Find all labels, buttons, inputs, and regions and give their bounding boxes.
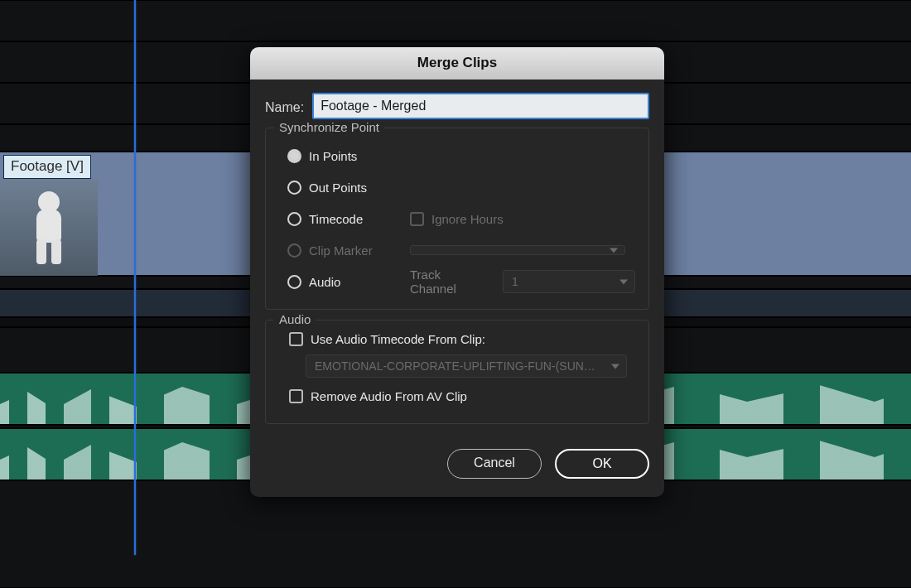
radio-label: Audio <box>309 275 340 289</box>
playhead[interactable] <box>134 0 136 555</box>
radio-label: Clip Marker <box>309 243 373 258</box>
check-label: Use Audio Timecode From Clip: <box>311 332 485 346</box>
radio-in-points[interactable]: In Points <box>287 149 410 163</box>
select-value: EMOTIONAL-CORPORATE-UPLIFTING-FUN-(SUN… <box>315 359 595 373</box>
audio-clip-select[interactable]: EMOTIONAL-CORPORATE-UPLIFTING-FUN-(SUN… <box>306 354 627 378</box>
checkbox-use-audio-tc[interactable]: Use Audio Timecode From Clip: <box>289 332 635 346</box>
name-label: Name: <box>265 97 304 115</box>
checkbox-ignore-hours[interactable]: Ignore Hours <box>410 212 504 226</box>
clip-label[interactable]: Footage [V] <box>3 155 91 179</box>
audio-group: Audio Use Audio Timecode From Clip: EMOT… <box>265 320 649 424</box>
track-empty <box>0 0 911 41</box>
cancel-button[interactable]: Cancel <box>447 449 542 479</box>
sync-legend: Synchronize Point <box>274 120 384 134</box>
clip-thumbnail[interactable] <box>0 179 98 277</box>
check-label: Remove Audio From AV Clip <box>311 389 467 403</box>
chevron-down-icon <box>610 248 618 253</box>
chevron-down-icon <box>619 280 628 285</box>
track-channel-select[interactable]: 1 <box>503 270 635 293</box>
chevron-down-icon <box>611 364 619 369</box>
synchronize-point-group: Synchronize Point In Points Out Points T… <box>265 128 649 310</box>
radio-out-points[interactable]: Out Points <box>287 181 410 195</box>
radio-audio[interactable]: Audio <box>287 275 410 289</box>
ok-button[interactable]: OK <box>555 449 649 479</box>
radio-clip-marker[interactable]: Clip Marker <box>287 243 410 258</box>
dialog-title: Merge Clips <box>250 47 664 80</box>
clip-marker-select[interactable] <box>410 245 625 255</box>
radio-label: Timecode <box>309 212 363 226</box>
select-value: 1 <box>512 275 518 288</box>
astronaut-icon <box>31 191 66 264</box>
radio-timecode[interactable]: Timecode <box>287 212 410 226</box>
audio-legend: Audio <box>274 312 316 326</box>
checkbox-remove-audio[interactable]: Remove Audio From AV Clip <box>289 389 635 403</box>
merge-clips-dialog: Merge Clips Name: Synchronize Point In P… <box>250 47 664 497</box>
track-channel-label: Track Channel <box>410 267 488 296</box>
radio-label: Out Points <box>309 181 367 195</box>
check-label: Ignore Hours <box>431 212 504 226</box>
name-input[interactable] <box>312 93 649 119</box>
radio-label: In Points <box>309 149 357 163</box>
